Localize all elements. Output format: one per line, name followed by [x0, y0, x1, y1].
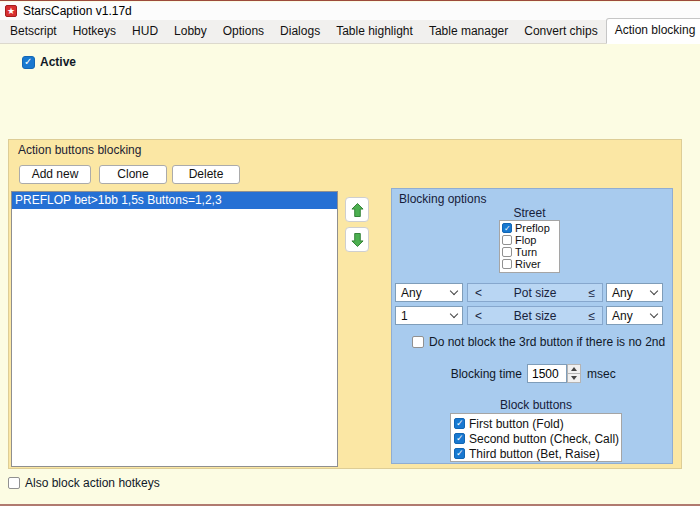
second-button-checkbox[interactable]	[454, 433, 465, 444]
green-down-arrow-icon	[351, 232, 364, 248]
bet-size-range-label: < Bet size ≤	[467, 306, 603, 325]
chevron-down-icon	[650, 310, 658, 318]
active-checkbox-box[interactable]	[22, 56, 35, 69]
tab-betscript[interactable]: Betscript	[2, 20, 65, 43]
active-checkbox-label: Active	[40, 55, 76, 69]
blocking-rules-list[interactable]: PREFLOP bet>1bb 1,5s Buttons=1,2,3	[11, 191, 338, 467]
turn-checkbox[interactable]	[502, 247, 512, 257]
blocking-time-spinner[interactable]	[567, 364, 581, 383]
third-button-checkbox[interactable]	[454, 448, 465, 459]
window-title: StarsCaption v1.17d	[23, 4, 132, 18]
move-rule-down-button[interactable]	[345, 227, 369, 252]
street-option-preflop[interactable]: Preflop	[502, 222, 559, 234]
triangle-down-icon	[571, 376, 577, 380]
tab-lobby[interactable]: Lobby	[166, 20, 215, 43]
block-buttons-label: Block buttons	[450, 398, 622, 412]
chevron-down-icon	[450, 287, 458, 295]
block-third-button-option[interactable]: Third button (Bet, Raise)	[454, 446, 621, 461]
pot-size-min-dropdown[interactable]: Any	[395, 283, 463, 302]
block-buttons-box: First button (Fold) Second button (Check…	[450, 413, 622, 462]
tab-table-manager[interactable]: Table manager	[421, 20, 516, 43]
action-buttons-blocking-group: Action buttons blocking Add new Clone De…	[8, 139, 682, 469]
river-checkbox[interactable]	[502, 259, 512, 269]
bet-size-min-dropdown[interactable]: 1	[395, 306, 463, 325]
move-rule-up-button[interactable]	[345, 197, 369, 222]
blocking-options-title: Blocking options	[399, 192, 486, 206]
tab-hotkeys[interactable]: Hotkeys	[65, 20, 124, 43]
flop-checkbox[interactable]	[502, 235, 512, 245]
active-checkbox[interactable]: Active	[22, 55, 76, 69]
block-second-button-option[interactable]: Second button (Check, Call)	[454, 431, 621, 446]
preflop-checkbox[interactable]	[502, 223, 512, 233]
action-blocking-page: Active Action buttons blocking Add new C…	[0, 44, 700, 505]
spinner-up-button[interactable]	[567, 364, 581, 374]
tab-hud[interactable]: HUD	[124, 20, 166, 43]
group-title: Action buttons blocking	[18, 143, 141, 157]
pot-size-max-dropdown[interactable]: Any	[606, 283, 663, 302]
also-block-hotkeys-checkbox[interactable]: Also block action hotkeys	[8, 476, 160, 490]
street-option-river[interactable]: River	[502, 258, 559, 270]
green-up-arrow-icon	[351, 202, 364, 218]
skip-third-button-checkbox[interactable]: Do not block the 3rd button if there is …	[412, 335, 665, 349]
tab-table-highlight[interactable]: Table highlight	[328, 20, 421, 43]
blocking-time-unit: msec	[587, 367, 616, 381]
spinner-down-button[interactable]	[567, 374, 581, 383]
tab-convert-chips[interactable]: Convert chips	[516, 20, 605, 43]
street-options-box: Preflop Flop Turn River	[499, 220, 560, 273]
tab-dialogs[interactable]: Dialogs	[272, 20, 328, 43]
street-option-turn[interactable]: Turn	[502, 246, 559, 258]
blocking-time-label: Blocking time	[402, 367, 522, 381]
blocking-options-panel: Blocking options Street Preflop Flop Tur…	[391, 188, 673, 464]
chevron-down-icon	[650, 287, 658, 295]
street-option-flop[interactable]: Flop	[502, 234, 559, 246]
tab-action-blocking[interactable]: Action blocking	[606, 18, 700, 44]
also-block-checkbox-box[interactable]	[8, 477, 20, 489]
chevron-down-icon	[450, 310, 458, 318]
first-button-checkbox[interactable]	[454, 418, 465, 429]
street-label: Street	[499, 206, 560, 220]
delete-button[interactable]: Delete	[172, 165, 240, 184]
title-bar: ★ StarsCaption v1.17d	[0, 2, 700, 20]
tab-options[interactable]: Options	[215, 20, 272, 43]
tab-bar: Betscript Hotkeys HUD Lobby Options Dial…	[0, 20, 700, 44]
app-star-icon: ★	[5, 5, 17, 17]
pot-size-range-label: < Pot size ≤	[467, 283, 603, 302]
bet-size-max-dropdown[interactable]: Any	[606, 306, 663, 325]
triangle-up-icon	[571, 367, 577, 371]
block-first-button-option[interactable]: First button (Fold)	[454, 416, 621, 431]
skip-third-checkbox-box[interactable]	[412, 336, 424, 348]
blocking-time-input[interactable]	[527, 364, 567, 383]
add-new-button[interactable]: Add new	[19, 165, 91, 184]
clone-button[interactable]: Clone	[99, 165, 167, 184]
app-window: ★ StarsCaption v1.17d Betscript Hotkeys …	[0, 0, 700, 506]
list-item[interactable]: PREFLOP bet>1bb 1,5s Buttons=1,2,3	[12, 192, 337, 209]
